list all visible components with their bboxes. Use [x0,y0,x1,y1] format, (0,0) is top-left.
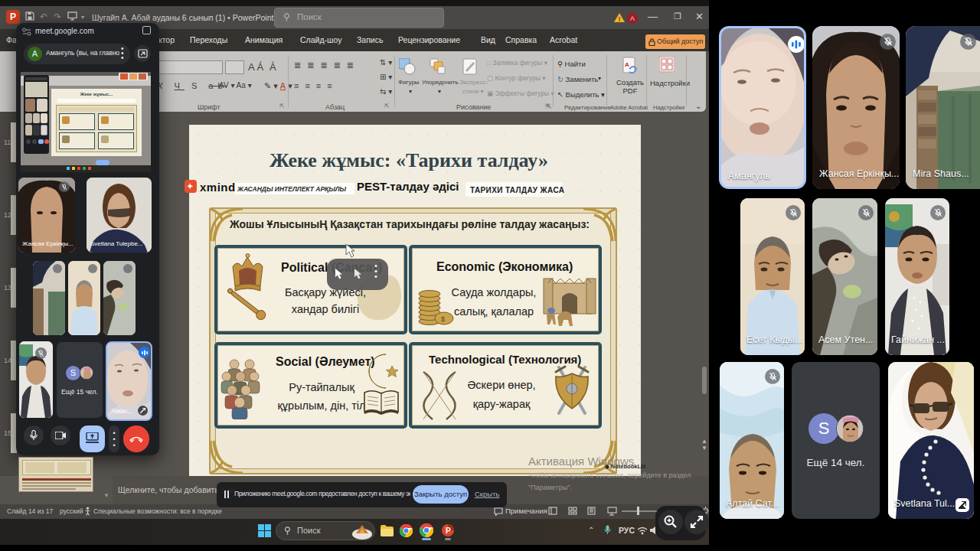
svg-text:!: ! [619,15,621,23]
svg-text:A: A [625,61,629,68]
svg-text:P: P [446,527,451,535]
